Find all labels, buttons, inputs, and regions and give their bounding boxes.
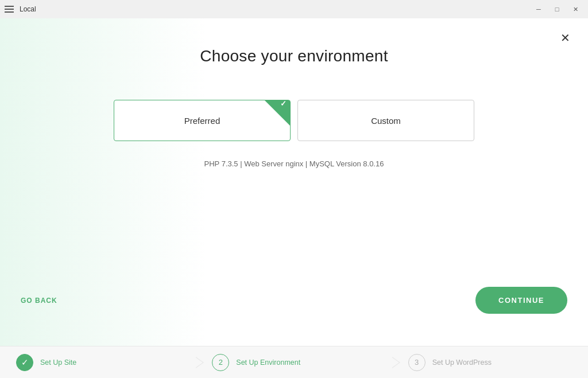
step-3-circle: 3 (408, 354, 425, 371)
environment-description: PHP 7.3.5 | Web Server nginx | MySQL Ver… (204, 159, 384, 168)
step-2: 2 Set Up Environment (196, 346, 392, 378)
custom-option[interactable]: Custom (297, 100, 474, 141)
step-3-label: Set Up WordPress (432, 358, 492, 367)
step-2-circle: 2 (212, 354, 229, 371)
stepbar: ✓ Set Up Site 2 Set Up Environment 3 Set… (0, 346, 588, 378)
titlebar-controls: ─ □ ✕ (531, 3, 583, 15)
titlebar-left: Local (5, 5, 36, 13)
step-1-circle: ✓ (16, 354, 33, 371)
options-row: Preferred Custom (114, 100, 474, 141)
bottom-actions: GO BACK CONTINUE (0, 287, 588, 314)
preferred-option[interactable]: Preferred (114, 100, 291, 141)
main-area: ✕ Choose your environment Preferred Cust… (0, 18, 588, 346)
step-1-label: Set Up Site (40, 358, 76, 367)
continue-button[interactable]: CONTINUE (475, 287, 567, 314)
custom-label: Custom (371, 116, 401, 126)
page-title: Choose your environment (200, 47, 388, 65)
hamburger-icon[interactable] (5, 6, 14, 13)
step-1: ✓ Set Up Site (0, 346, 196, 378)
maximize-button[interactable]: □ (549, 3, 565, 15)
app-title: Local (20, 5, 36, 13)
check-corner-icon (265, 100, 290, 126)
titlebar: Local ─ □ ✕ (0, 0, 588, 18)
step-2-label: Set Up Environment (236, 358, 300, 367)
go-back-button[interactable]: GO BACK (21, 297, 57, 305)
minimize-button[interactable]: ─ (531, 3, 547, 15)
preferred-label: Preferred (184, 116, 220, 126)
step-3: 3 Set Up WordPress (392, 346, 588, 378)
dialog-close-button[interactable]: ✕ (556, 29, 574, 47)
close-button[interactable]: ✕ (567, 3, 583, 15)
